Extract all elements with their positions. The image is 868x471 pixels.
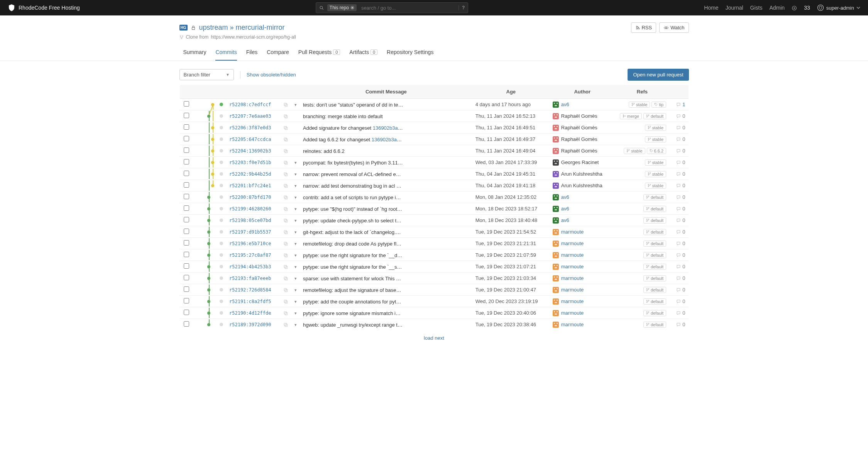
status-dot-icon[interactable]	[220, 242, 223, 245]
status-dot-icon[interactable]	[220, 172, 223, 176]
commit-message[interactable]: pytype: use "$(hg root)" instead of `hg …	[303, 206, 403, 212]
row-checkbox[interactable]	[184, 136, 189, 141]
commit-message[interactable]: narrow: add test demonstrating bug in ac…	[303, 183, 403, 189]
status-dot-icon[interactable]	[220, 126, 223, 129]
nav-admin[interactable]: Admin	[769, 5, 785, 11]
expand-caret-icon[interactable]: ▾	[294, 102, 297, 107]
row-checkbox[interactable]	[184, 321, 189, 327]
commit-hash-link[interactable]: r52207:7e6aae03	[229, 114, 271, 119]
copy-icon[interactable]	[283, 206, 288, 212]
commit-message[interactable]: pytype: add the couple annotations for p…	[303, 299, 403, 305]
ref-tag[interactable]: default	[643, 241, 666, 247]
expand-caret-icon[interactable]: ▾	[294, 183, 297, 188]
ref-tag[interactable]: default	[643, 194, 666, 200]
status-dot-icon[interactable]	[220, 300, 223, 303]
commit-message[interactable]: sparse: use with statement for wlock Thi…	[303, 276, 403, 281]
commit-message[interactable]: branching: merge stable into default	[303, 114, 383, 119]
commit-message[interactable]: pytype: use the right signature for the …	[303, 264, 403, 270]
copy-icon[interactable]	[283, 275, 288, 281]
copy-icon[interactable]	[283, 183, 288, 188]
row-checkbox[interactable]	[184, 217, 189, 222]
commit-message[interactable]: Added tag 6.6.2 for changeset 136902b3a9…	[303, 137, 403, 142]
commit-hash-link[interactable]: r52198:05ce07bd	[229, 218, 271, 223]
open-pr-button[interactable]: Open new pull request	[628, 69, 689, 81]
commit-message[interactable]: contrib: add a set of scripts to run pyt…	[303, 195, 403, 200]
status-dot-icon[interactable]	[220, 323, 223, 326]
author-link[interactable]: marmoute	[561, 298, 584, 304]
rss-button[interactable]: RSS	[631, 22, 656, 33]
search-scope-pill[interactable]: This repo	[327, 4, 357, 11]
row-checkbox[interactable]	[184, 205, 189, 211]
ref-tag[interactable]: default	[643, 310, 666, 316]
copy-icon[interactable]	[283, 159, 288, 165]
commit-msg-link[interactable]: 136902b3a95d	[372, 137, 403, 142]
show-obsolete-link[interactable]: Show obsolete/hidden	[247, 72, 296, 78]
ref-tag[interactable]: stable	[645, 183, 666, 189]
expand-caret-icon[interactable]: ▾	[294, 230, 297, 234]
row-checkbox[interactable]	[184, 275, 189, 280]
commit-hash-link[interactable]: r52202:9b44b25d	[229, 171, 271, 177]
commit-hash-link[interactable]: r52194:4b4253b3	[229, 264, 271, 269]
status-dot-icon[interactable]	[220, 161, 223, 164]
commit-hash-link[interactable]: r52191:c8a2fdf5	[229, 299, 271, 304]
row-checkbox[interactable]	[184, 286, 189, 292]
row-checkbox[interactable]	[184, 171, 189, 176]
copy-icon[interactable]	[283, 194, 288, 200]
ref-tag[interactable]: stable	[645, 171, 666, 177]
commit-hash-link[interactable]: r52208:c7edfccf	[229, 102, 271, 107]
author-link[interactable]: marmoute	[561, 275, 584, 281]
tab-summary[interactable]: Summary	[183, 45, 206, 61]
nav-count[interactable]: 33	[804, 5, 810, 11]
user-menu[interactable]: super-admin	[817, 4, 860, 11]
copy-icon[interactable]	[283, 217, 288, 223]
ref-tag[interactable]: stable	[645, 159, 666, 166]
ref-tag[interactable]: stable	[645, 136, 666, 142]
status-dot-icon[interactable]	[220, 137, 223, 141]
commit-message[interactable]: tests: don't use "status" operand of dd …	[303, 102, 403, 108]
expand-caret-icon[interactable]: ▾	[294, 311, 297, 315]
status-dot-icon[interactable]	[220, 219, 223, 222]
row-checkbox[interactable]	[184, 252, 189, 257]
ref-tag[interactable]: merge	[620, 113, 642, 119]
row-checkbox[interactable]	[184, 159, 189, 164]
status-dot-icon[interactable]	[220, 265, 223, 268]
expand-caret-icon[interactable]: ▾	[294, 241, 297, 246]
author-link[interactable]: marmoute	[561, 252, 584, 258]
expand-caret-icon[interactable]: ▾	[294, 299, 297, 304]
nav-journal[interactable]: Journal	[726, 5, 743, 11]
author-link[interactable]: marmoute	[561, 310, 584, 316]
topnav-brand-area[interactable]: RhodeCode Free Hosting	[8, 4, 80, 12]
expand-caret-icon[interactable]: ▾	[294, 276, 297, 281]
author-link[interactable]: marmoute	[561, 241, 584, 246]
copy-icon[interactable]	[283, 252, 288, 258]
search-field[interactable]: This repo ?	[316, 2, 468, 13]
tab-commits[interactable]: Commits	[215, 45, 237, 61]
author-link[interactable]: av6	[561, 194, 569, 200]
expand-caret-icon[interactable]: ▾	[294, 218, 297, 223]
commit-hash-link[interactable]: r52203:f0e7d51b	[229, 160, 271, 165]
breadcrumb-group[interactable]: upstream	[199, 24, 228, 31]
status-dot-icon[interactable]	[220, 288, 223, 291]
commit-hash-link[interactable]: r52192:726d8584	[229, 287, 271, 293]
ref-tag[interactable]: tip	[651, 102, 666, 108]
commit-message[interactable]: relnotes: add 6.6.2	[303, 148, 345, 154]
ref-tag[interactable]: default	[643, 217, 666, 224]
commit-hash-link[interactable]: r52199:46280260	[229, 206, 271, 212]
tab-compare[interactable]: Compare	[267, 45, 289, 61]
nav-plus-icon[interactable]	[792, 5, 797, 11]
nav-gists[interactable]: Gists	[750, 5, 763, 11]
expand-caret-icon[interactable]: ▾	[294, 264, 297, 269]
commit-message[interactable]: remotefilelog: adjust the signature of b…	[303, 287, 403, 293]
copy-icon[interactable]	[283, 113, 288, 119]
commit-hash-link[interactable]: r52195:27c8af87	[229, 252, 271, 258]
copy-icon[interactable]	[283, 298, 288, 304]
status-dot-icon[interactable]	[220, 195, 223, 199]
watch-button[interactable]: Watch	[659, 22, 689, 33]
copy-icon[interactable]	[283, 287, 288, 293]
commit-message[interactable]: pytype: use the right signature for the …	[303, 252, 403, 258]
row-checkbox[interactable]	[184, 124, 189, 130]
author-link[interactable]: av6	[561, 102, 569, 107]
ref-tag[interactable]: default	[643, 322, 666, 328]
ref-tag[interactable]: default	[643, 287, 666, 293]
expand-caret-icon[interactable]: ▾	[294, 253, 297, 258]
